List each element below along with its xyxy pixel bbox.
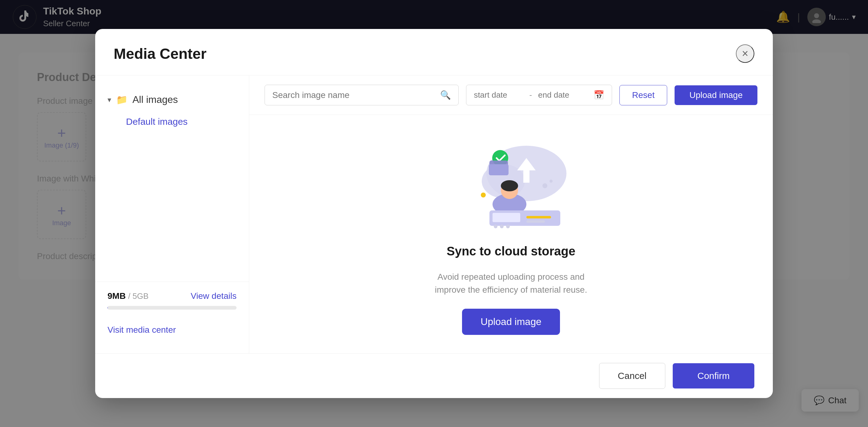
sidebar-default-images-item[interactable]: Default images — [95, 112, 249, 132]
visit-media-center-link[interactable]: Visit media center — [95, 319, 249, 341]
svg-rect-9 — [489, 164, 508, 175]
storage-separator: / — [128, 292, 132, 301]
date-range-picker: - 📅 — [466, 85, 612, 105]
modal-sidebar: ▾ 📁 All images Default images 9MB / 5GB … — [95, 75, 249, 354]
search-icon: 🔍 — [440, 90, 451, 100]
storage-total-value: 5GB — [132, 292, 149, 301]
sidebar-all-images-item[interactable]: ▾ 📁 All images — [95, 88, 249, 112]
default-images-label: Default images — [126, 117, 188, 127]
svg-point-17 — [494, 224, 497, 228]
svg-rect-15 — [526, 216, 551, 218]
empty-state-subtitle: Avoid repeated uploading process and imp… — [435, 271, 587, 296]
end-date-input[interactable] — [538, 90, 587, 100]
modal-toolbar: 🔍 - 📅 Reset Upload image — [249, 75, 773, 115]
calendar-icon[interactable]: 📅 — [594, 90, 604, 100]
chevron-down-icon: ▾ — [107, 95, 111, 104]
confirm-button[interactable]: Confirm — [673, 363, 754, 389]
modal-header: Media Center × — [95, 29, 773, 75]
upload-image-button-center[interactable]: Upload image — [462, 309, 560, 335]
storage-used-value: 9MB — [107, 291, 126, 301]
empty-state-area: Sync to cloud storage Avoid repeated upl… — [249, 115, 773, 354]
reset-label: Reset — [632, 90, 655, 100]
close-icon: × — [742, 47, 748, 60]
storage-info: 9MB / 5GB View details — [107, 291, 237, 301]
all-images-label: All images — [132, 94, 178, 105]
storage-used-display: 9MB / 5GB — [107, 291, 149, 301]
svg-point-18 — [500, 224, 504, 228]
svg-point-20 — [481, 192, 486, 197]
visit-media-center-label: Visit media center — [107, 325, 176, 335]
view-details-link[interactable]: View details — [191, 291, 237, 301]
search-box: 🔍 — [265, 85, 459, 105]
empty-state-title: Sync to cloud storage — [446, 244, 576, 258]
modal-title: Media Center — [114, 45, 206, 62]
modal-body: ▾ 📁 All images Default images 9MB / 5GB … — [95, 75, 773, 354]
folder-icon: 📁 — [116, 94, 127, 105]
upload-label-top: Upload image — [689, 90, 743, 100]
svg-point-19 — [506, 224, 510, 228]
confirm-label: Confirm — [698, 371, 730, 381]
storage-bar — [107, 306, 237, 310]
cancel-label: Cancel — [618, 371, 647, 381]
storage-bar-fill — [107, 306, 108, 310]
reset-button[interactable]: Reset — [619, 85, 667, 105]
svg-point-21 — [542, 183, 547, 188]
media-center-modal: Media Center × ▾ 📁 All images Default im… — [95, 29, 773, 398]
svg-rect-16 — [526, 220, 545, 223]
search-input[interactable] — [272, 90, 435, 100]
upload-image-button-top[interactable]: Upload image — [675, 85, 757, 105]
sync-illustration — [450, 133, 572, 232]
upload-label-center: Upload image — [480, 316, 541, 327]
svg-point-12 — [501, 180, 518, 191]
start-date-input[interactable] — [474, 90, 523, 100]
storage-section: 9MB / 5GB View details — [95, 282, 249, 319]
cancel-button[interactable]: Cancel — [599, 363, 665, 389]
date-range-separator: - — [529, 90, 532, 100]
modal-close-button[interactable]: × — [736, 44, 754, 63]
modal-main-area: 🔍 - 📅 Reset Upload image — [249, 75, 773, 354]
modal-footer: Cancel Confirm — [95, 354, 773, 398]
svg-rect-14 — [493, 213, 520, 222]
svg-point-22 — [550, 180, 553, 183]
